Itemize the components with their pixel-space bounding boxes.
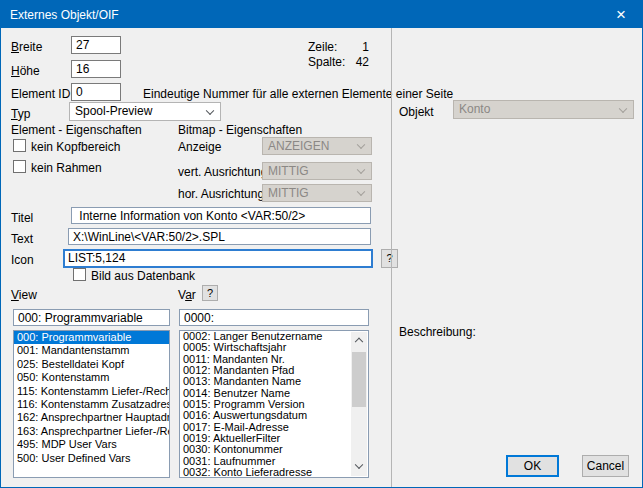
list-item[interactable]: 0002: Langer Benutzername	[180, 331, 351, 342]
var-list-scrollbar[interactable]	[351, 332, 367, 476]
zeile-label: Zeile:	[308, 40, 337, 54]
hoehe-input[interactable]: 16	[71, 60, 121, 78]
list-item[interactable]: 163: Ansprechpartner Liefer-/Rechn.	[14, 425, 169, 438]
bild-aus-datenbank-checkbox[interactable]	[73, 268, 86, 281]
objekt-label: Objekt	[399, 105, 434, 119]
typ-label: Typ	[11, 107, 30, 121]
list-item[interactable]: 050: Kontenstamm	[14, 371, 169, 384]
anzeige-value: ANZEIGEN	[268, 139, 329, 153]
vert-ausrichtung-value: MITTIG	[268, 164, 309, 178]
list-item[interactable]: 0011: Mandanten Nr.	[180, 354, 351, 365]
list-item[interactable]: 0032: Konto Lieferadresse	[180, 467, 351, 478]
chevron-down-icon	[357, 141, 365, 149]
title-bar[interactable]: Externes Objekt/OIF	[1, 1, 642, 28]
list-item[interactable]: 115: Kontenstamm Liefer-/Rechn.adr	[14, 385, 169, 398]
view-filter-input[interactable]: 000: Programmvariable	[13, 309, 170, 326]
objekt-value: Konto	[459, 102, 490, 116]
list-item[interactable]: 0005: Wirtschaftsjahr	[180, 342, 351, 353]
element-id-label: Element ID	[11, 87, 70, 101]
breite-input[interactable]: 27	[71, 36, 121, 54]
hor-ausrichtung-label: hor. Ausrichtung	[178, 187, 264, 201]
kein-kopfbereich-checkbox[interactable]	[13, 139, 26, 152]
var-label: Var	[178, 288, 196, 302]
text-label: Text	[11, 232, 33, 246]
hoehe-label: Höhe	[11, 64, 40, 78]
icon-label: Icon	[11, 253, 34, 267]
anzeige-dropdown: ANZEIGEN	[262, 137, 372, 155]
ok-button[interactable]: OK	[506, 455, 559, 477]
scrollbar-thumb[interactable]	[352, 352, 366, 407]
list-item[interactable]: 0012: Mandanten Pfad	[180, 365, 351, 376]
cancel-button[interactable]: Cancel	[582, 455, 629, 477]
anzeige-label: Anzeige	[178, 140, 221, 154]
view-list[interactable]: 000: Programmvariable001: Mandantenstamm…	[13, 330, 170, 478]
scroll-down-icon[interactable]	[351, 460, 367, 476]
list-item[interactable]: 495: MDP User Vars	[14, 438, 169, 451]
list-item[interactable]: 116: Kontenstamm Zusatzadresse	[14, 398, 169, 411]
panel-divider	[391, 28, 392, 488]
list-item[interactable]: 000: Programmvariable	[14, 331, 169, 344]
vert-ausrichtung-dropdown: MITTIG	[262, 162, 372, 180]
list-item[interactable]: 0014: Benutzer Name	[180, 388, 351, 399]
list-item[interactable]: 0030: Kontonummer	[180, 444, 351, 455]
typ-dropdown[interactable]: Spool-Preview	[69, 102, 221, 121]
close-icon[interactable]: ×	[600, 1, 642, 28]
kein-rahmen-checkbox[interactable]	[13, 160, 26, 173]
chevron-down-icon	[206, 106, 214, 114]
titel-input[interactable]: Interne Information von Konto <VAR:50/2>	[71, 207, 371, 224]
vert-ausrichtung-label: vert. Ausrichtung	[178, 165, 267, 179]
list-item[interactable]: 0019: AktuellerFilter	[180, 433, 351, 444]
kein-kopfbereich-label: kein Kopfbereich	[31, 140, 120, 154]
element-props-header: Element - Eigenschaften	[11, 123, 142, 137]
bild-aus-datenbank-label: Bild aus Datenbank	[91, 269, 195, 283]
var-filter-input[interactable]: 0000:	[179, 309, 369, 326]
text-input[interactable]: X:\WinLine\<VAR:50/2>.SPL	[68, 228, 371, 245]
dialog-title: Externes Objekt/OIF	[10, 8, 119, 22]
typ-value: Spool-Preview	[75, 104, 152, 118]
hor-ausrichtung-value: MITTIG	[268, 186, 309, 200]
chevron-down-icon	[357, 188, 365, 196]
zeile-value: 1	[334, 40, 369, 54]
chevron-down-icon	[619, 104, 627, 112]
list-item[interactable]: 0013: Mandanten Name	[180, 376, 351, 387]
list-item[interactable]: 162: Ansprechpartner Hauptadresse	[14, 411, 169, 424]
breite-label: Breite	[11, 40, 42, 54]
element-id-hint: Eindeutige Nummer für alle externen Elem…	[143, 87, 453, 101]
element-id-input[interactable]: 0	[71, 83, 121, 101]
list-item[interactable]: 0031: Laufnummer	[180, 456, 351, 467]
list-item[interactable]: 0015: Programm Version	[180, 399, 351, 410]
list-item[interactable]: 001: Mandantenstamm	[14, 344, 169, 357]
icon-input[interactable]: LIST:5,124	[63, 249, 373, 268]
external-object-dialog: Externes Objekt/OIF × Breite 27 Höhe 16 …	[0, 0, 643, 488]
list-item[interactable]: 0017: E-Mail-Adresse	[180, 422, 351, 433]
icon-help-button[interactable]: ?	[381, 249, 398, 268]
hor-ausrichtung-dropdown: MITTIG	[262, 184, 372, 202]
view-label: View	[11, 288, 37, 302]
titel-label: Titel	[11, 211, 33, 225]
beschreibung-label: Beschreibung:	[399, 325, 476, 339]
list-item[interactable]: 0016: Auswertungsdatum	[180, 410, 351, 421]
list-item[interactable]: 500: User Defined Vars	[14, 452, 169, 465]
var-help-button[interactable]: ?	[202, 285, 218, 301]
var-list[interactable]: 0002: Langer Benutzername0005: Wirtschaf…	[179, 330, 369, 478]
scroll-up-icon[interactable]	[351, 332, 367, 348]
spalte-value: 42	[334, 55, 369, 69]
kein-rahmen-label: kein Rahmen	[31, 161, 102, 175]
list-item[interactable]: 025: Bestelldatei Kopf	[14, 358, 169, 371]
chevron-down-icon	[357, 166, 365, 174]
bitmap-props-header: Bitmap - Eigenschaften	[178, 123, 302, 137]
objekt-dropdown: Konto	[453, 100, 634, 119]
